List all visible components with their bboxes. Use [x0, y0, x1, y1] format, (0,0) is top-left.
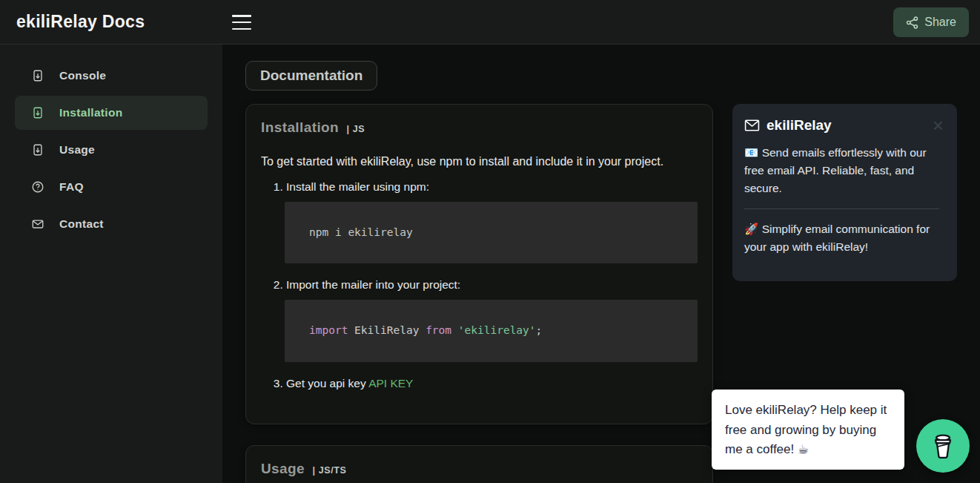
installation-lang-badge: | JS	[347, 124, 365, 134]
installation-steps: Install the mailer using npm: npm i ekil…	[271, 180, 698, 390]
app-header: ekiliRelay Docs Share	[0, 0, 980, 45]
sidebar: Console Installation Usage FAQ Contact	[0, 45, 222, 483]
api-key-link[interactable]: API KEY	[368, 377, 413, 390]
envelope-icon	[744, 119, 760, 132]
installation-step-2: Import the mailer into your project: imp…	[286, 278, 698, 361]
sidebar-item-label: Usage	[59, 143, 95, 157]
sidebar-item-label: Contact	[59, 217, 104, 231]
page-title-badge: Documentation	[245, 61, 377, 91]
promo-title: ekiliRelay	[767, 117, 832, 134]
code-block-import[interactable]: import EkiliRelay from 'ekilirelay';	[285, 300, 698, 361]
code-keyword: import	[309, 324, 354, 336]
code-text: npm i ekilirelay	[309, 226, 413, 238]
step-text: Import the mailer into your project:	[286, 278, 460, 291]
card-title-row: Usage | JS/TS	[261, 461, 698, 477]
step-text: Install the mailer using npm:	[286, 180, 429, 193]
code-keyword: from	[426, 324, 458, 336]
share-icon	[906, 16, 918, 29]
promo-body-2: 🚀 Simplify email communication for your …	[744, 220, 945, 256]
promo-divider	[744, 208, 939, 209]
usage-lang-badge: | JS/TS	[312, 465, 346, 476]
buy-me-coffee-button[interactable]	[916, 419, 970, 473]
installation-intro: To get started with ekiliRelay, use npm …	[261, 155, 698, 168]
usage-card: Usage | JS/TS	[245, 445, 713, 483]
sidebar-item-faq[interactable]: FAQ	[15, 170, 208, 204]
code-punctuation: ;	[536, 324, 543, 336]
envelope-icon	[31, 217, 44, 231]
sidebar-item-console[interactable]: Console	[15, 59, 208, 93]
coffee-tooltip: Love ekiliRelay? Help keep it free and g…	[712, 390, 904, 470]
step-text: Get you api key	[286, 377, 368, 390]
share-button[interactable]: Share	[893, 7, 969, 37]
app-title: ekiliRelay Docs	[16, 12, 145, 32]
code-text: import EkiliRelay from 'ekilirelay';	[309, 324, 542, 336]
coffee-cup-icon	[927, 430, 959, 461]
hamburger-icon	[232, 28, 251, 30]
promo-card: ekiliRelay × 📧 Send emails effortlessly …	[732, 104, 957, 281]
hamburger-icon	[232, 22, 251, 24]
sidebar-item-label: Console	[59, 69, 106, 82]
promo-card-header: ekiliRelay ×	[744, 116, 945, 135]
installation-title: Installation	[261, 119, 339, 135]
close-icon[interactable]: ×	[931, 116, 945, 135]
menu-toggle-button[interactable]	[232, 13, 253, 32]
sidebar-item-installation[interactable]: Installation	[15, 96, 208, 130]
code-identifier: EkiliRelay	[354, 324, 426, 336]
sidebar-item-usage[interactable]: Usage	[15, 133, 208, 167]
box-arrow-down-icon	[31, 69, 44, 82]
hamburger-icon	[232, 15, 251, 17]
installation-step-3: Get you api key API KEY	[286, 377, 698, 390]
code-string: 'ekilirelay'	[458, 324, 536, 336]
box-arrow-down-icon	[31, 106, 44, 119]
usage-title: Usage	[261, 461, 305, 476]
box-arrow-down-icon	[31, 143, 44, 157]
sidebar-item-label: FAQ	[59, 180, 84, 194]
installation-card: Installation | JS To get started with ek…	[245, 104, 713, 424]
code-block-npm-install[interactable]: npm i ekilirelay	[285, 202, 698, 263]
sidebar-item-label: Installation	[59, 106, 122, 119]
installation-step-1: Install the mailer using npm: npm i ekil…	[286, 180, 698, 263]
share-button-label: Share	[924, 16, 956, 29]
promo-body-1: 📧 Send emails effortlessly with our free…	[744, 144, 945, 197]
question-circle-icon	[31, 180, 44, 194]
card-title-row: Installation | JS	[261, 119, 698, 136]
sidebar-item-contact[interactable]: Contact	[15, 207, 208, 241]
